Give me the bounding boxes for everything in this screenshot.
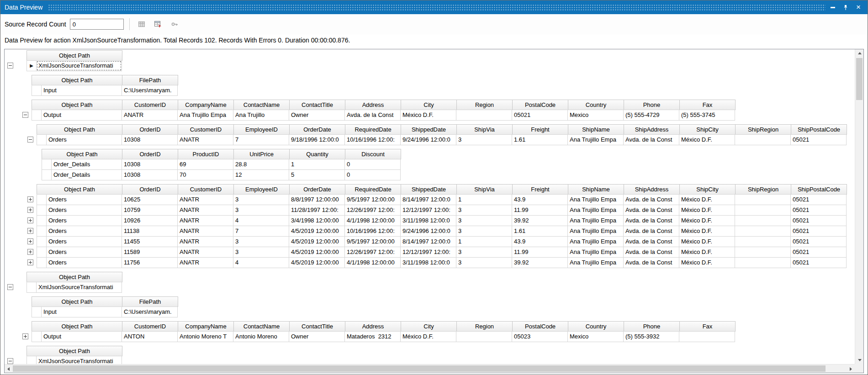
grid-cell[interactable]: 05021 xyxy=(790,226,847,237)
row-selector[interactable] xyxy=(37,236,47,247)
scroll-right-button[interactable] xyxy=(847,364,855,373)
column-header[interactable]: ShipAddress xyxy=(624,184,680,195)
grid-row[interactable]: OutputANATRAna Trujillo EmpaAna Trujillo… xyxy=(32,110,855,121)
column-header[interactable]: CompanyName xyxy=(178,100,234,110)
grid-cell[interactable]: 1.61 xyxy=(512,134,568,145)
column-header[interactable]: Object Path xyxy=(32,296,122,307)
grid-cell[interactable] xyxy=(735,226,791,237)
grid-cell[interactable]: XmlJsonSourceTransformati xyxy=(36,356,122,364)
grid-cell[interactable]: 12/26/1997 12:00: xyxy=(344,247,401,258)
grid-cell[interactable]: Mexico xyxy=(567,110,624,121)
column-header[interactable]: Phone xyxy=(624,100,680,110)
close-button[interactable]: × xyxy=(853,2,864,12)
grid-cell[interactable] xyxy=(735,257,791,268)
column-header[interactable]: ShipName xyxy=(568,124,624,135)
column-header[interactable]: Address xyxy=(345,321,401,332)
grid-cell[interactable]: (5) 555-3745 xyxy=(679,110,735,121)
column-header[interactable]: OrderID xyxy=(122,149,178,159)
grid-cell[interactable]: 05021 xyxy=(790,257,847,268)
grid-cell[interactable]: 3/11/1998 12:00:0 xyxy=(400,215,456,226)
grid-cell[interactable]: ANATR xyxy=(177,236,233,247)
column-header[interactable]: ContactTitle xyxy=(289,100,345,110)
grid-cell[interactable]: México D.F. xyxy=(679,257,735,268)
grid-cell[interactable]: (5) 555-4729 xyxy=(623,110,679,121)
grid-cell[interactable]: 4/5/2019 12:00:00 xyxy=(289,247,345,258)
grid-cell[interactable]: Ana Trujillo Empa xyxy=(177,110,233,121)
grid-cell[interactable]: Output xyxy=(41,110,122,121)
grid-cell[interactable]: 12/12/1997 12:00: xyxy=(400,247,456,258)
grid-cell[interactable]: 4/1/1998 12:00:00 xyxy=(344,257,401,268)
grid-row[interactable]: Orders11455ANATR34/5/2019 12:00:009/5/19… xyxy=(37,236,855,247)
grid-cell[interactable]: 11.99 xyxy=(512,247,568,258)
scroll-left-button[interactable] xyxy=(5,364,12,373)
column-header[interactable]: EmployeeID xyxy=(233,184,290,195)
row-selector[interactable]: ▶ xyxy=(26,60,37,71)
expand-toggle-icon[interactable] xyxy=(27,228,33,234)
expand-toggle-icon[interactable] xyxy=(27,238,33,244)
column-header[interactable]: CustomerID xyxy=(122,100,178,110)
grid-cell[interactable]: 3 xyxy=(456,247,512,258)
grid-row[interactable]: InputC:\Users\maryam. xyxy=(32,85,855,96)
grid-cell[interactable]: 05021 xyxy=(790,236,847,247)
grid-cell[interactable]: Orders xyxy=(46,194,122,205)
grid-cell[interactable]: Orders xyxy=(46,205,122,216)
grid-cell[interactable]: 05021 xyxy=(790,205,847,216)
grid-cell[interactable]: Ana Trujillo Empa xyxy=(567,236,624,247)
grid-cell[interactable]: 10/16/1996 12:00: xyxy=(344,134,401,145)
column-header[interactable]: OrderDate xyxy=(289,184,345,195)
grid-cell[interactable]: XmlJsonSourceTransformati xyxy=(36,60,122,71)
grid-cell[interactable]: 1 xyxy=(456,194,512,205)
grid-cell[interactable]: México D.F. xyxy=(679,226,735,237)
grid-row[interactable]: OutputANTONAntonio Moreno TAntonio Moren… xyxy=(32,331,855,342)
grid-cell[interactable]: 9/18/1996 12:00:0 xyxy=(289,134,345,145)
grid-cell[interactable]: ANATR xyxy=(177,257,233,268)
grid-cell[interactable]: (5) 555-3932 xyxy=(623,331,679,342)
grid-cell[interactable]: Orders xyxy=(46,236,122,247)
row-selector[interactable] xyxy=(32,110,42,121)
grid-cell[interactable]: 43.9 xyxy=(512,194,568,205)
grid-cell[interactable]: 0 xyxy=(344,169,401,180)
column-header[interactable]: ContactTitle xyxy=(289,321,345,332)
source-record-count-input[interactable] xyxy=(70,19,124,30)
horizontal-scroll-thumb[interactable] xyxy=(13,365,826,372)
column-header[interactable]: ShipCity xyxy=(679,184,736,195)
key-button[interactable] xyxy=(168,18,181,30)
column-header[interactable]: OrderID xyxy=(122,124,178,135)
grid-cell[interactable]: 3/4/1998 12:00:00 xyxy=(289,215,345,226)
grid-row[interactable]: Orders11756ANATR44/5/2019 12:00:004/1/19… xyxy=(37,257,855,268)
grid-cell[interactable]: Ana Trujillo Empa xyxy=(567,247,624,258)
grid-cell[interactable]: México D.F. xyxy=(679,205,735,216)
column-header[interactable]: RequiredDate xyxy=(345,184,401,195)
grid-cell[interactable]: 12 xyxy=(233,169,289,180)
expand-toggle-icon[interactable] xyxy=(27,259,33,265)
column-header[interactable]: PostalCode xyxy=(512,321,568,332)
column-header[interactable]: ContactName xyxy=(233,100,290,110)
grid-cell[interactable]: 3 xyxy=(233,236,289,247)
grid-row[interactable]: Orders10759ANATR311/28/1997 12:00:12/26/… xyxy=(37,205,855,216)
grid-cell[interactable]: 05021 xyxy=(512,110,568,121)
collapse-toggle-icon[interactable] xyxy=(22,112,28,118)
grid-row[interactable]: XmlJsonSourceTransformati xyxy=(26,356,855,364)
grid-cell[interactable]: Ana Trujillo xyxy=(233,110,289,121)
grid-cell[interactable]: Avda. de la Const xyxy=(344,110,401,121)
grid-cell[interactable] xyxy=(735,236,791,247)
grid-cell[interactable]: 05023 xyxy=(512,331,568,342)
grid-cell[interactable] xyxy=(735,205,791,216)
column-header[interactable]: ShipVia xyxy=(456,124,513,135)
row-selector[interactable] xyxy=(37,205,47,216)
grid-cell[interactable]: México D.F. xyxy=(679,215,735,226)
grid-cell[interactable]: 10926 xyxy=(122,215,178,226)
collapse-toggle-icon[interactable] xyxy=(27,137,33,143)
column-header[interactable]: Object Path xyxy=(32,321,122,332)
grid-cell[interactable]: 3 xyxy=(456,215,512,226)
grid-cell[interactable]: 4 xyxy=(233,257,289,268)
grid-cell[interactable]: 7 xyxy=(233,226,289,237)
grid-cell[interactable]: 11138 xyxy=(122,226,178,237)
column-header[interactable]: ContactName xyxy=(233,321,290,332)
grid-cell[interactable]: 0 xyxy=(344,159,401,170)
grid-cell[interactable]: 4/5/2019 12:00:00 xyxy=(289,226,345,237)
grid-cell[interactable]: 3/11/1998 12:00:0 xyxy=(400,257,456,268)
row-selector[interactable] xyxy=(37,247,47,258)
grid-row[interactable]: ▶XmlJsonSourceTransformati xyxy=(26,60,855,71)
grid-cell[interactable]: Avda. de la Const xyxy=(623,194,679,205)
